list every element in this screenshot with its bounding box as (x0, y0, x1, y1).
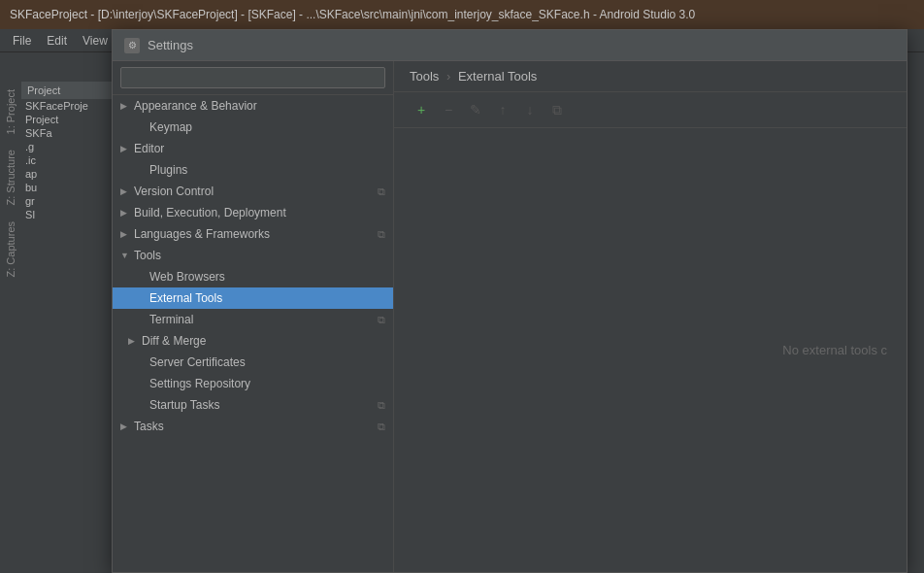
project-tree-skfa[interactable]: SKFa (21, 126, 113, 140)
tree-item-diff-merge[interactable]: Diff & Merge (113, 330, 393, 352)
content-toolbar: + − ✎ ↑ ↓ ⧉ (394, 92, 907, 128)
tree-item-version-control[interactable]: Version Control ⧉ (113, 181, 393, 202)
arrow-tools (120, 251, 132, 260)
dialog-title-text: Settings (148, 38, 193, 52)
move-down-button[interactable]: ↓ (518, 98, 542, 121)
project-panel: Project SKFaceProje Project SKFa .g .ic … (21, 82, 114, 573)
side-tab-captures[interactable]: Z: Captures (2, 214, 19, 285)
tree-label-appearance-behavior: Appearance & Behavior (134, 99, 257, 113)
tree-label-editor: Editor (134, 142, 164, 155)
arrow-diff-merge (128, 336, 140, 346)
settings-sidebar: Appearance & Behavior Keymap Editor (113, 61, 394, 572)
breadcrumb-parent: Tools (410, 69, 439, 84)
move-up-button[interactable]: ↑ (491, 98, 514, 121)
tree-label-external-tools: External Tools (149, 291, 222, 305)
tree-label-version-control: Version Control (134, 185, 214, 198)
sync-icon-languages: ⧉ (378, 228, 385, 241)
tree-item-terminal[interactable]: Terminal ⧉ (113, 309, 393, 330)
settings-content: Tools › External Tools + − ✎ ↑ ↓ ⧉ No ex… (394, 61, 907, 572)
search-box-container (113, 61, 393, 95)
project-tree-si[interactable]: SI (21, 208, 113, 221)
breadcrumb-separator: › (446, 69, 450, 84)
content-main: No external tools c (394, 128, 907, 572)
project-tree-gr[interactable]: gr (21, 194, 113, 208)
project-panel-header: Project (21, 82, 113, 99)
tree-label-web-browsers: Web Browsers (149, 270, 225, 284)
menu-view[interactable]: View (75, 34, 116, 48)
title-text: SKFaceProject - [D:\interjoy\SKFaceProje… (10, 8, 695, 21)
project-tree-ap[interactable]: ap (21, 167, 113, 181)
project-tree-g[interactable]: .g (21, 140, 113, 153)
tree-item-build[interactable]: Build, Execution, Deployment (113, 202, 393, 223)
settings-search-input[interactable] (120, 67, 385, 88)
add-tool-button[interactable]: + (410, 98, 433, 121)
side-tab-project[interactable]: 1: Project (2, 82, 19, 142)
dialog-body: Appearance & Behavior Keymap Editor (113, 61, 907, 572)
tree-label-languages: Languages & Frameworks (134, 227, 270, 241)
tree-item-editor[interactable]: Editor (113, 138, 393, 159)
tree-label-tasks: Tasks (134, 420, 164, 433)
arrow-build (120, 208, 132, 218)
sync-icon-version-control: ⧉ (378, 185, 385, 198)
menu-file[interactable]: File (5, 34, 39, 48)
content-breadcrumb: Tools › External Tools (394, 61, 907, 92)
settings-icon: ⚙ (124, 38, 140, 53)
title-bar: SKFaceProject - [D:\interjoy\SKFaceProje… (0, 0, 924, 29)
arrow-editor (120, 144, 132, 153)
side-tab-structure[interactable]: Z: Structure (2, 142, 19, 213)
side-tabs: 1: Project Z: Structure Z: Captures (0, 82, 21, 573)
tree-label-diff-merge: Diff & Merge (142, 334, 206, 348)
tree-item-plugins[interactable]: Plugins (113, 159, 393, 181)
tree-item-external-tools[interactable]: External Tools (113, 287, 393, 309)
settings-tree: Appearance & Behavior Keymap Editor (113, 95, 393, 572)
tree-item-languages[interactable]: Languages & Frameworks ⧉ (113, 223, 393, 245)
tree-item-tasks[interactable]: Tasks ⧉ (113, 416, 393, 437)
sync-icon-terminal: ⧉ (378, 314, 385, 326)
tree-item-appearance-behavior[interactable]: Appearance & Behavior (113, 95, 393, 117)
tree-item-keymap[interactable]: Keymap (113, 117, 393, 138)
tree-item-web-browsers[interactable]: Web Browsers (113, 266, 393, 287)
breadcrumb-current: External Tools (458, 69, 537, 84)
tree-label-server-certificates: Server Certificates (149, 355, 246, 369)
tree-label-build: Build, Execution, Deployment (134, 206, 286, 219)
tree-item-settings-repository[interactable]: Settings Repository (113, 373, 393, 394)
tree-label-plugins: Plugins (149, 163, 187, 177)
tree-label-tools: Tools (134, 249, 161, 262)
arrow-tasks (120, 421, 132, 431)
copy-tool-button[interactable]: ⧉ (545, 98, 569, 121)
empty-message: No external tools c (782, 343, 887, 357)
tree-item-startup-tasks[interactable]: Startup Tasks ⧉ (113, 394, 393, 416)
tree-label-settings-repository: Settings Repository (149, 377, 250, 390)
sync-icon-startup-tasks: ⧉ (378, 399, 385, 412)
arrow-version-control (120, 186, 132, 196)
project-tree-ic[interactable]: .ic (21, 153, 113, 167)
edit-tool-button[interactable]: ✎ (464, 98, 487, 121)
project-tree-skfaceproject[interactable]: SKFaceProje (21, 99, 113, 113)
tree-label-startup-tasks: Startup Tasks (149, 398, 219, 412)
project-tree-bu[interactable]: bu (21, 181, 113, 194)
tree-label-keymap: Keymap (149, 120, 192, 134)
project-tree-project[interactable]: Project (21, 113, 113, 126)
tree-item-tools[interactable]: Tools (113, 245, 393, 266)
arrow-appearance (120, 101, 132, 111)
arrow-languages (120, 229, 132, 239)
tree-label-terminal: Terminal (149, 313, 193, 326)
sync-icon-tasks: ⧉ (378, 421, 385, 433)
dialog-title-bar: ⚙ Settings (113, 30, 907, 61)
settings-dialog: ⚙ Settings Appearance & Behavior Key (112, 29, 908, 573)
remove-tool-button[interactable]: − (437, 98, 460, 121)
tree-item-server-certificates[interactable]: Server Certificates (113, 352, 393, 373)
menu-edit[interactable]: Edit (39, 34, 75, 48)
